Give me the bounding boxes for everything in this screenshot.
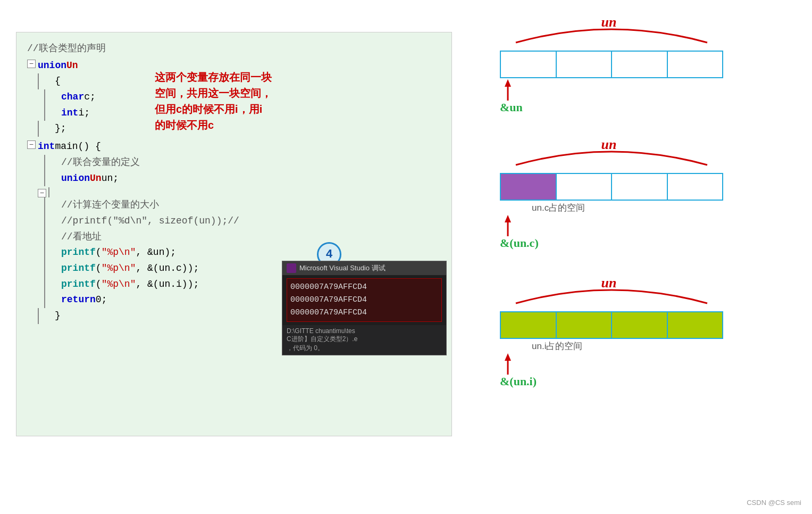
diag-label3: un [500, 277, 723, 311]
kw-return: return [61, 292, 96, 308]
brace-open-text: { [55, 73, 61, 89]
debug-addresses: 0000007A79AFFCD4 0000007A79AFFCD4 000000… [287, 278, 442, 322]
code-line-comment2: //计算连个变量的大小 [44, 197, 441, 213]
vbar6 [44, 171, 45, 187]
comment2-text: //计算连个变量的大小 [61, 197, 159, 213]
diag-cell3-3 [612, 312, 668, 338]
printf2-text: ( [96, 261, 102, 277]
vbar10 [44, 229, 45, 245]
debug-body: 0000007A79AFFCD4 0000007A79AFFCD4 000000… [282, 275, 446, 325]
diag-arrow2-svg [500, 215, 516, 236]
kw-printf2: printf [61, 261, 96, 277]
diag-addr3: &(un.i) [500, 375, 723, 388]
code-line-comment: //联合类型的声明 [27, 41, 441, 57]
diag-arrow2 [500, 215, 723, 236]
diag-cell1-3 [612, 52, 668, 77]
vbar3 [44, 105, 45, 121]
diag-section1: un &un [500, 16, 723, 114]
code-line-collapse2: − [38, 187, 441, 197]
kw-union2: union [61, 171, 90, 187]
kw-printf3: printf [61, 277, 96, 293]
printf3-args: , &(un.i)); [136, 277, 199, 293]
vbar4 [38, 121, 39, 137]
vs-icon [287, 263, 296, 273]
watermark-text: CSDN @CS semi [747, 499, 801, 507]
vbar12 [44, 261, 45, 277]
kw-printf1: printf [61, 245, 96, 261]
diag-cell2-2 [557, 174, 613, 200]
debug-addr3: 0000007A79AFFCD4 [290, 306, 438, 319]
vbar5 [44, 155, 45, 171]
debug-addr2: 0000007A79AFFCD4 [290, 294, 438, 306]
vbar11 [44, 245, 45, 261]
brace-close-text: }; [55, 121, 66, 137]
diag-arrow3-svg [500, 353, 516, 375]
diag-section3: un un.i占的空间 &(un.i) [500, 277, 723, 388]
code-line-brace-close: }; [38, 121, 441, 137]
diag-boxes2 [500, 173, 723, 201]
diag-cell3-2 [557, 312, 613, 338]
diag-boxes1 [500, 51, 723, 78]
vbar7 [48, 187, 49, 197]
printf3-fmt: "%p\n" [102, 277, 136, 293]
kw-union: union [38, 58, 66, 74]
diag-arrow1-svg [500, 79, 516, 101]
code-line-brace-open: { 这两个变量存放在同一块 空间，共用这一块空间， 但用c的时候不用i，用i 的… [38, 73, 441, 89]
printf3-text: ( [96, 277, 102, 293]
diag-arc3-svg: un [500, 277, 723, 309]
code-line-union-var: union Un un; [44, 171, 441, 187]
diag-cell1-4 [668, 52, 723, 77]
diag-arc2-svg: un [500, 138, 723, 170]
svg-text:un: un [601, 277, 617, 291]
printf1-args: , &un); [136, 245, 176, 261]
code-line-main: − int main() { [27, 139, 441, 155]
kw-Un2: Un [90, 171, 102, 187]
diag-arrow1 [500, 79, 723, 101]
diag-cell3-1 [501, 312, 557, 338]
code-line-comment1: //联合变量的定义 [44, 155, 441, 171]
diag-label1: un [500, 16, 723, 51]
vbar9 [44, 213, 45, 229]
vbar1 [38, 73, 39, 89]
diag-addr1: &un [500, 101, 723, 114]
svg-text:un: un [601, 138, 617, 152]
collapse-union[interactable]: − [27, 60, 36, 68]
comment1-text: //联合变量的定义 [61, 155, 140, 171]
svg-marker-2 [505, 79, 511, 87]
debug-footer: D:\GITTE chuantimu\tes C进阶】自定义类型2）.e ，代码… [282, 325, 446, 355]
vbar14 [44, 292, 45, 308]
code-line-printf1: printf ( "%p\n" , &un); [44, 245, 441, 261]
diag-arc1-svg: un [500, 16, 723, 48]
diag-sublabel2-text: un.c占的空间 [532, 203, 585, 213]
char-var: c; [84, 89, 96, 105]
svg-text:un: un [601, 16, 617, 30]
code-panel: //联合类型的声明 − union Un { 这两个变量存放在同一块 空间，共用… [16, 32, 452, 436]
svg-marker-5 [505, 215, 511, 222]
printf2-fmt: "%p\n" [102, 261, 136, 277]
diag-cell3-4 [668, 312, 723, 338]
code-line-comment4: //看地址 [44, 229, 441, 245]
collapse-inner[interactable]: − [38, 189, 46, 197]
vbar2 [44, 89, 45, 105]
diag-cell1-2 [557, 52, 613, 77]
diag-sublabel3: un.i占的空间 [532, 340, 723, 352]
collapse-main[interactable]: − [27, 140, 36, 149]
diag-addr2: &(un.c) [500, 236, 723, 250]
code-line-comment3: //printf("%d\n", sizeof(un));// [44, 213, 441, 229]
int-var: i; [78, 105, 90, 121]
main-text: main() { [55, 139, 101, 155]
end-brace: } [55, 308, 61, 324]
diag-cell2-4 [668, 174, 723, 200]
debug-popup: Microsoft Visual Studio 调试 0000007A79AFF… [282, 261, 447, 355]
comment3-text: //printf("%d\n", sizeof(un));// [61, 213, 239, 229]
debug-footer3: ，代码为 0。 [287, 344, 442, 353]
diag-addr2-text: &(un.c) [500, 236, 539, 250]
debug-footer1: D:\GITTE chuantimu\tes [287, 327, 442, 335]
diag-boxes3 [500, 311, 723, 339]
diag-sublabel3-text: un.i占的空间 [532, 341, 582, 351]
annotation-line1: 这两个变量存放在同一块 [155, 69, 272, 85]
kw-int: int [61, 105, 78, 121]
diag-addr3-text: &(un.i) [500, 375, 537, 388]
watermark: CSDN @CS semi [747, 499, 801, 507]
comment4-text: //看地址 [61, 229, 102, 245]
